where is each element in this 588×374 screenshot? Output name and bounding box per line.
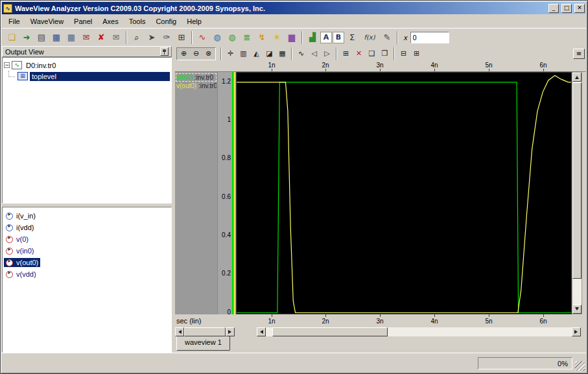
panel-menu-icon[interactable]: ≡ — [573, 49, 585, 59]
menu-file[interactable]: File — [3, 16, 25, 27]
pen-tool-icon[interactable]: ✑ — [159, 30, 174, 45]
cursor-tool-icon[interactable]: ➤ — [145, 30, 159, 45]
maximize-button[interactable]: □ — [561, 4, 572, 13]
add-panel-icon[interactable]: ⊞ — [340, 48, 352, 60]
lamp-icon[interactable]: ☀ — [270, 30, 284, 45]
calculator-icon[interactable]: ⊞ — [174, 30, 189, 45]
menu-help[interactable]: Help — [182, 16, 207, 27]
hscroll-thumb[interactable] — [272, 327, 388, 336]
tree-root-label[interactable]: D0:inv.tr0 — [24, 61, 58, 70]
save-all-icon[interactable]: ▦ — [64, 30, 78, 45]
signal-item-v(in0)[interactable]: v(in0) — [4, 246, 36, 255]
sum-icon[interactable]: Σ — [345, 30, 359, 45]
tab-waveview-1[interactable]: waveview 1 — [176, 336, 230, 351]
next-edge-icon[interactable]: ▷ — [321, 48, 333, 60]
annotate-icon[interactable]: ◪ — [263, 48, 276, 60]
signal-item-v(vdd)[interactable]: v(vdd) — [4, 270, 38, 279]
vscroll-thumb[interactable] — [572, 82, 582, 279]
close-button[interactable]: ✕ — [574, 4, 585, 13]
ruler-icon[interactable]: ▥ — [237, 48, 250, 60]
close-delete-icon[interactable]: ✘ — [94, 30, 108, 45]
link-panels-icon[interactable]: ⊞ — [410, 48, 423, 60]
sync-panels-icon[interactable]: ⊟ — [397, 48, 410, 60]
waveform-canvas[interactable] — [237, 73, 571, 314]
send-mail-icon[interactable]: ✉ — [79, 30, 93, 45]
tree-row-toplevel[interactable]: ⊞ toplevel — [4, 71, 170, 82]
menu-waveview[interactable]: WaveView — [25, 16, 69, 27]
scroll-down-button[interactable] — [572, 305, 582, 314]
slope-tool-icon[interactable]: ✎ — [380, 30, 394, 45]
tree-expand-icon[interactable]: − — [4, 62, 10, 68]
legend-scroll-left-button[interactable] — [175, 327, 184, 336]
legend-entry[interactable]: v(out0) :inv.tr0 — [176, 82, 217, 90]
open-file-icon[interactable]: ❏ — [5, 30, 19, 45]
tree-toplevel-label[interactable]: toplevel — [30, 72, 170, 81]
scroll-up-button[interactable] — [572, 73, 582, 82]
legend-hscroll-track[interactable] — [184, 327, 226, 336]
wave-hscrollbar[interactable] — [257, 327, 581, 336]
ruler-tick-label: 2n — [322, 62, 329, 69]
globe-icon[interactable]: ◍ — [210, 30, 224, 45]
scroll-right-button[interactable] — [572, 327, 581, 336]
delta-measure-icon[interactable]: ◭ — [250, 48, 263, 60]
zoom-out-icon[interactable]: ⊖ — [190, 48, 202, 60]
copy-a-icon[interactable]: A — [320, 32, 332, 43]
save-icon[interactable]: ▦ — [49, 30, 64, 45]
time-ruler[interactable]: 1n2n3n4n5n6n — [175, 61, 586, 72]
menu-config[interactable]: Config — [150, 16, 182, 27]
minimize-button[interactable]: _ — [548, 4, 559, 13]
signal-item-v(out0)[interactable]: v(out0) — [4, 258, 40, 267]
prev-edge-icon[interactable]: ◁ — [308, 48, 320, 60]
zoom-tool-icon[interactable]: ⌕ — [130, 30, 144, 45]
menu-axes[interactable]: Axes — [97, 16, 123, 27]
legend-entry[interactable]: v(in0) :inv.tr0 — [176, 73, 217, 82]
hscroll-track[interactable] — [266, 327, 572, 336]
message-icon[interactable]: ✉ — [109, 30, 123, 45]
axis-tick-label: 3n — [376, 318, 383, 325]
scroll-left-button[interactable] — [257, 327, 266, 336]
zoom-in-icon[interactable]: ⊕ — [178, 48, 190, 60]
histogram-icon[interactable]: ▟ — [305, 30, 320, 45]
vscroll-track[interactable] — [572, 82, 582, 305]
grid-icon[interactable]: ▦ — [276, 48, 288, 60]
trace-v(out0)[interactable] — [237, 75, 571, 312]
print-icon[interactable]: ▤ — [34, 30, 49, 45]
layers-icon[interactable]: ≣ — [240, 30, 254, 45]
fx-icon[interactable]: f(x) — [360, 30, 379, 45]
menu-panel[interactable]: Panel — [69, 16, 97, 27]
chart-icon[interactable]: ▆ — [285, 30, 299, 45]
run-icon[interactable]: ➜ — [19, 30, 34, 45]
trace-v(in0)[interactable] — [237, 82, 571, 313]
legend-hscrollbar[interactable] — [175, 327, 235, 336]
pin-icon[interactable] — [160, 47, 169, 56]
waveform-plot[interactable] — [236, 72, 572, 314]
globe-alt-icon[interactable]: ◍ — [225, 30, 239, 45]
zoom-window-icon[interactable]: ⊗ — [202, 48, 215, 60]
x-value-input[interactable] — [410, 32, 449, 43]
voltage-probe-icon — [6, 236, 13, 243]
crosshair-icon[interactable]: ✛ — [224, 48, 237, 60]
signal-label: i(vdd) — [16, 224, 34, 231]
legend-scroll-right-button[interactable] — [226, 327, 235, 336]
legend-hscroll-thumb[interactable] — [184, 327, 226, 336]
lightning-icon[interactable]: ↯ — [255, 30, 269, 45]
output-view-header[interactable]: Output View — [2, 46, 172, 57]
ruler-tick-mark — [489, 69, 489, 71]
tree-row-root[interactable]: − ∿ D0:inv.tr0 — [4, 60, 170, 71]
menu-tools[interactable]: Tools — [124, 16, 151, 27]
signal-item-v(0)[interactable]: v(0) — [4, 235, 30, 244]
analog-wave-icon[interactable]: ∿ — [295, 48, 307, 60]
x-axis[interactable]: sec (lin) 1n2n3n4n5n6n — [175, 314, 586, 327]
signal-label: v(in0) — [16, 247, 34, 255]
signal-item-i(v_in)[interactable]: i(v_in) — [4, 211, 38, 220]
copy-b-icon[interactable]: B — [333, 32, 344, 43]
signal-item-i(vdd)[interactable]: i(vdd) — [4, 223, 36, 232]
tile-icon[interactable]: ❒ — [379, 48, 391, 60]
cascade-icon[interactable]: ❑ — [366, 48, 378, 60]
title-bar[interactable]: ∿ WaveView Analyzer Version C2009.03 Cop… — [2, 2, 586, 14]
waveform-tool-icon[interactable]: ∿ — [195, 30, 209, 45]
wave-vscrollbar[interactable] — [572, 72, 582, 314]
close-panel-icon[interactable]: ✕ — [353, 48, 365, 60]
resize-grip[interactable] — [575, 361, 585, 371]
y-axis[interactable]: 00.20.40.60.811.2 — [218, 72, 236, 314]
